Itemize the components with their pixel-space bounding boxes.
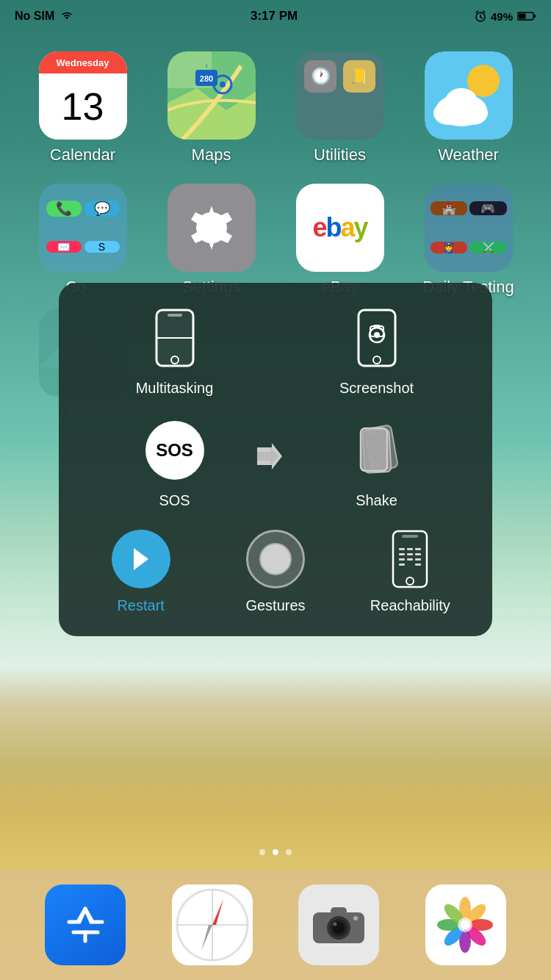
svg-rect-75 [331,907,347,915]
carrier-label: No SIM [15,10,54,23]
page-dot-1 [273,849,278,855]
svg-point-13 [220,82,226,87]
at-reachability[interactable]: Reachability [343,530,478,614]
dock-app-store[interactable] [45,884,126,965]
svg-rect-61 [402,535,418,538]
status-right: 49% [475,10,536,23]
ebay-icon: ebay [296,184,384,272]
app-maps[interactable]: 280 I Maps [151,51,272,165]
app-comms-folder[interactable]: 📞 💬 ✉️ S Co... [22,184,143,297]
at-multitasking-icon [142,305,208,371]
weather-svg [425,51,513,140]
svg-point-76 [353,916,358,920]
app-store-icon [45,884,126,965]
gaming-folder-icon: 🏰 🎮 👮 ⚔️ [425,184,513,272]
at-gestures-label: Gestures [245,597,305,614]
at-gestures[interactable]: Gestures [208,530,342,614]
utilities-icon: 🕐 📒 [296,51,384,140]
svg-line-2 [480,17,482,18]
page-dot-0 [259,849,265,855]
alarm-icon [475,10,486,22]
comms-folder-icon: 📞 💬 ✉️ S [39,184,127,272]
at-reachability-icon [381,530,439,588]
weather-icon [425,51,513,140]
at-row1: Multitasking Screenshot [73,305,478,397]
camera-icon [298,884,379,965]
dock-camera[interactable] [298,884,379,965]
svg-text:I: I [205,62,206,69]
app-gaming-folder[interactable]: 🏰 🎮 👮 ⚔️ Daily Testing [408,184,529,297]
calendar-weekday: Wednesday [39,51,127,73]
status-left: No SIM [15,10,73,23]
at-reachability-label: Reachability [370,597,450,614]
svg-rect-46 [368,433,380,435]
dock-safari[interactable] [172,884,253,965]
svg-rect-59 [415,563,421,566]
assistive-touch-panel: Multitasking Screenshot [59,283,492,636]
battery-icon [517,11,536,21]
at-restart[interactable]: Restart [73,530,208,614]
at-shake-icon [344,417,410,483]
app-ebay[interactable]: ebay eBay [279,184,400,297]
svg-point-74 [334,923,337,926]
at-sos-icon: SOS [142,417,208,483]
page-dots [0,849,551,855]
svg-rect-50 [407,548,413,550]
svg-marker-47 [134,548,148,570]
utilities-label: Utilities [314,145,366,165]
svg-rect-58 [399,563,405,566]
at-sos[interactable]: SOS SOS [73,417,276,509]
settings-icon [168,184,256,272]
photos-icon [425,884,506,965]
at-multitasking-label: Multitasking [136,380,214,397]
ebay-text: ebay [312,212,367,243]
svg-text:280: 280 [199,74,212,83]
weather-label: Weather [438,145,499,165]
app-grid-row1: Wednesday 13 Calendar [0,44,551,172]
svg-point-24 [445,88,478,115]
at-screenshot[interactable]: Screenshot [276,305,478,397]
at-multitasking[interactable]: Multitasking [73,305,276,397]
app-utilities[interactable]: 🕐 📒 Utilities [279,51,400,165]
maps-label: Maps [192,145,231,165]
calendar-day: 13 [62,73,104,140]
calendar-icon: Wednesday 13 [39,51,127,140]
wifi-icon [60,11,73,21]
app-calendar[interactable]: Wednesday 13 Calendar [22,51,143,165]
svg-point-60 [406,577,414,585]
at-shake-label: Shake [356,492,397,509]
status-bar: No SIM 3:17 PM 49% [0,0,551,32]
at-restart-label: Restart [117,597,164,614]
at-sos-label: SOS [159,492,190,509]
at-arrow-decoration [257,443,294,472]
at-screenshot-label: Screenshot [339,380,414,397]
maps-icon: 280 I [168,51,256,140]
svg-point-87 [458,918,472,932]
svg-point-38 [373,356,381,364]
svg-rect-52 [399,553,405,555]
svg-rect-32 [168,314,182,317]
at-gestures-icon [246,530,305,588]
svg-rect-53 [407,553,413,555]
at-row2: SOS SOS [73,417,478,509]
page-dot-2 [286,849,292,855]
at-row3: Restart Gestures [73,530,478,614]
svg-rect-51 [415,548,421,550]
app-weather[interactable]: Weather [408,51,529,165]
battery-percent: 49% [491,10,513,23]
svg-rect-6 [534,15,536,18]
time-display: 3:17 PM [251,9,298,24]
svg-rect-54 [415,553,421,555]
settings-gear-svg [186,202,237,253]
at-restart-icon [112,530,170,588]
svg-rect-7 [519,14,526,19]
svg-rect-49 [399,548,405,550]
dock-photos[interactable] [425,884,506,965]
svg-rect-55 [399,558,405,561]
at-shake[interactable]: Shake [276,417,478,509]
app-settings[interactable]: Settings [151,184,272,297]
svg-line-4 [483,11,485,12]
safari-icon [172,884,253,965]
calendar-label: Calendar [50,145,115,165]
svg-line-3 [476,11,478,12]
